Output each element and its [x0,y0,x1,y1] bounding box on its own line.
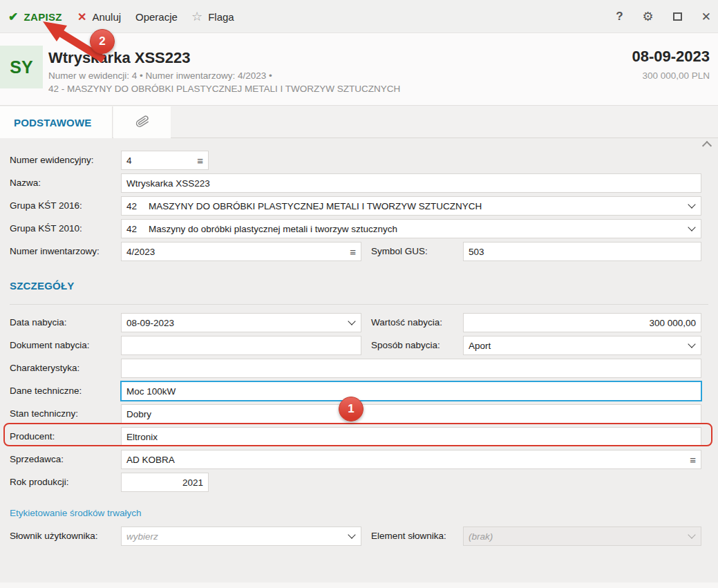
stan-techniczny-field[interactable] [121,404,701,424]
wartosc-nabycia-input[interactable] [469,314,696,332]
annotation-step-1: 1 [339,397,363,421]
tab-podstawowe[interactable]: PODSTAWOWE [0,106,113,138]
element-slownika-select: (brak) [463,527,701,546]
maximize-icon[interactable] [673,12,682,21]
label-data-nabycia: Data nabycia: [10,313,67,332]
record-value: 300 000,00 PLN [642,70,710,81]
page-title: Wtryskarka XSS223 [48,49,190,67]
save-button-label: ZAPISZ [24,11,62,23]
record-meta-line1: Numer w ewidencji: 4 • Numer inwentarzow… [48,70,272,81]
cancel-button-label: Anuluj [92,11,121,23]
data-nabycia-value: 08-09-2023 [126,318,346,328]
scroll-up-icon[interactable] [702,141,712,151]
cancel-button[interactable]: ✕ Anuluj [77,0,121,33]
element-slownika-value: (brak) [469,531,686,542]
section-divider [10,304,708,305]
annotation-step-2: 2 [90,29,115,54]
label-grupa-kst-2016: Grupa KŚT 2016: [10,196,82,216]
lookup-lines-icon[interactable]: ≡ [690,455,696,465]
flag-label: Flaga [208,11,234,23]
rok-produkcji-field[interactable] [121,473,209,492]
slownik-placeholder: wybierz [126,531,346,542]
grupa-kst-2016-select[interactable]: 42MASZYNY DO OBRÓBKI PLASTYCZNEJ METALI … [121,196,701,216]
nazwa-input[interactable] [126,174,696,192]
save-button[interactable]: ✔ ZAPISZ [8,0,62,33]
record-meta-line2: 42 - MASZYNY DO OBRÓBKI PLASTYCZNEJ META… [48,84,400,94]
toolbar: ✔ ZAPISZ ✕ Anuluj Operacje ☆ Flaga ? ⚙ ✕ [0,0,718,33]
data-nabycia-select[interactable]: 08-09-2023 [121,313,361,332]
tab-attachments[interactable] [113,106,171,138]
grupa-kst-2010-code: 42 [126,224,142,234]
chevron-down-icon [688,340,695,348]
chevron-down-icon [688,531,695,538]
dokument-nabycia-field[interactable] [121,336,361,355]
check-icon: ✔ [8,10,19,24]
chevron-down-icon [688,200,695,208]
label-sposob-nabycia: Sposób nabycia: [371,336,440,355]
tab-strip: PODSTAWOWE [0,105,718,138]
label-slownik-uzytkownika: Słownik użytkownika: [10,527,98,546]
lookup-lines-icon[interactable]: ≡ [197,155,203,166]
rok-produkcji-input[interactable] [126,473,203,491]
x-icon: ✕ [77,10,86,23]
chevron-down-icon [348,531,355,538]
label-rok-produkcji: Rok produkcji: [10,473,69,492]
sposob-nabycia-value: Aport [469,341,686,351]
label-numer-inwentarzowy: Numer inwentarzowy: [10,242,100,261]
grupa-kst-2016-code: 42 [126,201,142,211]
sprzedawca-field[interactable]: ≡ [121,450,701,469]
label-nazwa: Nazwa: [10,173,41,193]
record-type-badge: SY [0,46,43,88]
charakterystyka-input[interactable] [126,359,696,377]
sprzedawca-input[interactable] [126,451,686,468]
stan-techniczny-input[interactable] [126,405,696,423]
star-icon: ☆ [191,9,202,24]
numer-inwentarzowy-input[interactable] [126,243,346,260]
sposob-nabycia-select[interactable]: Aport [463,336,701,355]
dane-techniczne-field[interactable] [121,381,701,401]
label-grupa-kst-2010: Grupa KŚT 2010: [10,219,82,238]
operations-label: Operacje [135,11,178,23]
lookup-lines-icon[interactable]: ≡ [350,247,356,257]
label-symbol-gus: Symbol GUS: [371,242,428,261]
grupa-kst-2010-select[interactable]: 42Maszyny do obróbki plastycznej metali … [121,219,701,238]
dokument-nabycia-input[interactable] [126,336,356,354]
grupa-kst-2010-text: Maszyny do obróbki plastycznej metali i … [149,224,397,234]
chevron-down-icon [348,317,355,325]
flag-button[interactable]: ☆ Flaga [191,0,234,33]
dane-techniczne-input[interactable] [126,382,696,400]
wartosc-nabycia-field[interactable] [463,313,701,332]
close-icon[interactable]: ✕ [701,10,711,24]
gear-icon[interactable]: ⚙ [643,9,654,24]
label-producent: Producent: [10,427,55,446]
tab-podstawowe-label: PODSTAWOWE [14,117,92,129]
symbol-gus-field[interactable] [463,242,701,261]
label-stan-techniczny: Stan techniczny: [10,404,78,424]
producent-field[interactable] [121,427,701,446]
numer-inwentarzowy-field[interactable]: ≡ [121,242,361,261]
label-dane-techniczne: Dane techniczne: [10,381,82,401]
label-element-slownika: Element słownika: [371,527,446,546]
charakterystyka-field[interactable] [121,359,701,378]
label-sprzedawca: Sprzedawca: [10,450,64,469]
numer-ewidencyjny-input[interactable] [126,151,193,169]
nazwa-field[interactable] [121,173,701,193]
numer-ewidencyjny-field[interactable]: ≡ [121,151,209,170]
labeling-link[interactable]: Etykietowanie środków trwałych [10,508,142,518]
record-date: 08-09-2023 [632,48,710,66]
label-charakterystyka: Charakterystyka: [10,359,79,378]
producent-input[interactable] [126,428,696,446]
symbol-gus-input[interactable] [469,243,696,260]
label-numer-ewidencyjny: Numer ewidencyjny: [10,151,94,170]
bottom-strip [0,582,718,588]
label-wartosc-nabycia: Wartość nabycia: [371,313,442,332]
operations-menu-button[interactable]: Operacje [135,0,178,33]
grupa-kst-2016-text: MASZYNY DO OBRÓBKI PLASTYCZNEJ METALI I … [149,201,482,211]
slownik-uzytkownika-select[interactable]: wybierz [121,527,361,546]
details-section-title: SZCZEGÓŁY [10,280,74,292]
chevron-down-icon [688,223,695,231]
help-icon[interactable]: ? [616,10,623,23]
window-controls: ? ⚙ ✕ [616,0,711,33]
paperclip-icon [135,113,150,131]
label-dokument-nabycia: Dokument nabycia: [10,336,90,355]
